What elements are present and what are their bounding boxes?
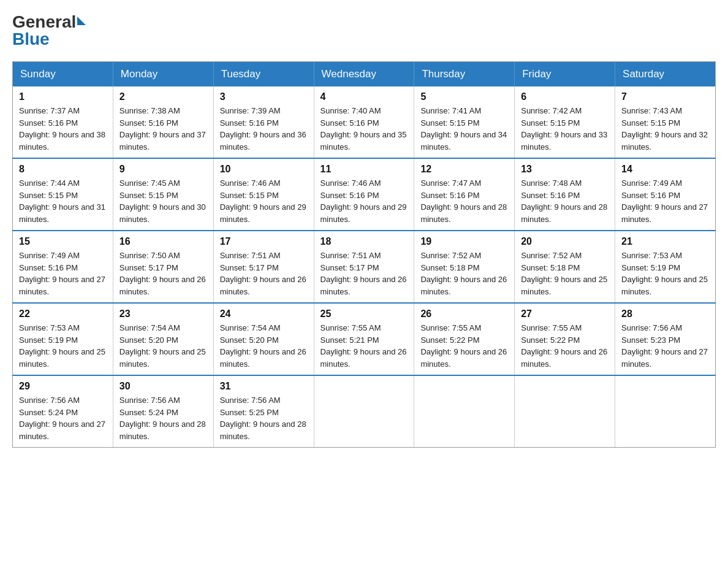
day-info: Sunrise: 7:51 AMSunset: 5:17 PMDaylight:… — [320, 250, 408, 297]
day-number: 25 — [320, 308, 408, 320]
calendar-cell — [314, 375, 414, 448]
day-info: Sunrise: 7:54 AMSunset: 5:20 PMDaylight:… — [220, 322, 308, 370]
calendar-cell: 10 Sunrise: 7:46 AMSunset: 5:15 PMDaylig… — [213, 158, 314, 231]
day-info: Sunrise: 7:48 AMSunset: 5:16 PMDaylight:… — [521, 177, 609, 225]
page-header: General Blue — [12, 12, 716, 49]
calendar-week-row: 22 Sunrise: 7:53 AMSunset: 5:19 PMDaylig… — [13, 303, 716, 375]
day-number: 19 — [420, 236, 508, 247]
day-number: 22 — [19, 308, 107, 320]
day-number: 13 — [521, 164, 609, 175]
calendar-cell: 26 Sunrise: 7:55 AMSunset: 5:22 PMDaylig… — [414, 303, 515, 375]
calendar-cell: 13 Sunrise: 7:48 AMSunset: 5:16 PMDaylig… — [515, 158, 615, 231]
calendar-cell: 2 Sunrise: 7:38 AMSunset: 5:16 PMDayligh… — [113, 86, 213, 158]
calendar-cell: 16 Sunrise: 7:50 AMSunset: 5:17 PMDaylig… — [113, 231, 213, 303]
day-info: Sunrise: 7:56 AMSunset: 5:24 PMDaylight:… — [19, 394, 107, 442]
calendar-cell: 5 Sunrise: 7:41 AMSunset: 5:15 PMDayligh… — [414, 86, 515, 158]
logo-arrow-icon — [77, 17, 86, 25]
calendar-cell: 23 Sunrise: 7:54 AMSunset: 5:20 PMDaylig… — [113, 303, 213, 375]
calendar-table: SundayMondayTuesdayWednesdayThursdayFrid… — [12, 61, 716, 448]
calendar-cell: 21 Sunrise: 7:53 AMSunset: 5:19 PMDaylig… — [615, 231, 716, 303]
calendar-cell — [414, 375, 515, 448]
calendar-cell: 7 Sunrise: 7:43 AMSunset: 5:15 PMDayligh… — [615, 86, 716, 158]
calendar-cell: 29 Sunrise: 7:56 AMSunset: 5:24 PMDaylig… — [13, 375, 113, 448]
calendar-cell: 3 Sunrise: 7:39 AMSunset: 5:16 PMDayligh… — [213, 86, 314, 158]
day-info: Sunrise: 7:45 AMSunset: 5:15 PMDaylight:… — [119, 177, 207, 225]
day-number: 9 — [119, 164, 207, 175]
day-info: Sunrise: 7:52 AMSunset: 5:18 PMDaylight:… — [521, 250, 609, 297]
calendar-cell: 8 Sunrise: 7:44 AMSunset: 5:15 PMDayligh… — [13, 158, 113, 231]
calendar-cell: 9 Sunrise: 7:45 AMSunset: 5:15 PMDayligh… — [113, 158, 213, 231]
day-number: 7 — [621, 91, 709, 102]
day-number: 24 — [220, 308, 308, 320]
calendar-week-row: 29 Sunrise: 7:56 AMSunset: 5:24 PMDaylig… — [13, 375, 716, 448]
weekday-header-tuesday: Tuesday — [213, 62, 314, 87]
day-number: 17 — [220, 236, 308, 247]
day-info: Sunrise: 7:39 AMSunset: 5:16 PMDaylight:… — [220, 105, 308, 153]
calendar-cell: 18 Sunrise: 7:51 AMSunset: 5:17 PMDaylig… — [314, 231, 414, 303]
day-number: 30 — [119, 381, 207, 392]
day-number: 10 — [220, 164, 308, 175]
day-info: Sunrise: 7:56 AMSunset: 5:24 PMDaylight:… — [119, 394, 207, 442]
calendar-cell: 25 Sunrise: 7:55 AMSunset: 5:21 PMDaylig… — [314, 303, 414, 375]
calendar-cell: 28 Sunrise: 7:56 AMSunset: 5:23 PMDaylig… — [615, 303, 716, 375]
day-info: Sunrise: 7:46 AMSunset: 5:15 PMDaylight:… — [220, 177, 308, 225]
day-number: 21 — [621, 236, 709, 247]
weekday-header-friday: Friday — [515, 62, 615, 87]
calendar-cell: 6 Sunrise: 7:42 AMSunset: 5:15 PMDayligh… — [515, 86, 615, 158]
day-number: 28 — [621, 308, 709, 320]
day-info: Sunrise: 7:43 AMSunset: 5:15 PMDaylight:… — [621, 105, 709, 153]
day-info: Sunrise: 7:55 AMSunset: 5:22 PMDaylight:… — [420, 322, 508, 370]
day-info: Sunrise: 7:46 AMSunset: 5:16 PMDaylight:… — [320, 177, 408, 225]
calendar-cell: 14 Sunrise: 7:49 AMSunset: 5:16 PMDaylig… — [615, 158, 716, 231]
weekday-header-wednesday: Wednesday — [314, 62, 414, 87]
calendar-cell: 31 Sunrise: 7:56 AMSunset: 5:25 PMDaylig… — [213, 375, 314, 448]
calendar-cell: 11 Sunrise: 7:46 AMSunset: 5:16 PMDaylig… — [314, 158, 414, 231]
day-info: Sunrise: 7:49 AMSunset: 5:16 PMDaylight:… — [19, 250, 107, 297]
day-number: 6 — [521, 91, 609, 102]
day-number: 12 — [420, 164, 508, 175]
day-number: 16 — [119, 236, 207, 247]
day-info: Sunrise: 7:40 AMSunset: 5:16 PMDaylight:… — [320, 105, 408, 153]
day-number: 11 — [320, 164, 408, 175]
day-number: 29 — [19, 381, 107, 392]
calendar-cell: 17 Sunrise: 7:51 AMSunset: 5:17 PMDaylig… — [213, 231, 314, 303]
weekday-header-saturday: Saturday — [615, 62, 716, 87]
weekday-header-thursday: Thursday — [414, 62, 515, 87]
day-number: 2 — [119, 91, 207, 102]
day-number: 5 — [420, 91, 508, 102]
day-info: Sunrise: 7:55 AMSunset: 5:21 PMDaylight:… — [320, 322, 408, 370]
day-info: Sunrise: 7:56 AMSunset: 5:23 PMDaylight:… — [621, 322, 709, 370]
day-info: Sunrise: 7:54 AMSunset: 5:20 PMDaylight:… — [119, 322, 207, 370]
calendar-cell: 12 Sunrise: 7:47 AMSunset: 5:16 PMDaylig… — [414, 158, 515, 231]
day-number: 20 — [521, 236, 609, 247]
weekday-header-row: SundayMondayTuesdayWednesdayThursdayFrid… — [13, 62, 716, 87]
calendar-cell: 1 Sunrise: 7:37 AMSunset: 5:16 PMDayligh… — [13, 86, 113, 158]
weekday-header-sunday: Sunday — [13, 62, 113, 87]
day-info: Sunrise: 7:49 AMSunset: 5:16 PMDaylight:… — [621, 177, 709, 225]
day-info: Sunrise: 7:50 AMSunset: 5:17 PMDaylight:… — [119, 250, 207, 297]
day-info: Sunrise: 7:44 AMSunset: 5:15 PMDaylight:… — [19, 177, 107, 225]
day-info: Sunrise: 7:51 AMSunset: 5:17 PMDaylight:… — [220, 250, 308, 297]
day-number: 14 — [621, 164, 709, 175]
day-number: 8 — [19, 164, 107, 175]
calendar-cell: 19 Sunrise: 7:52 AMSunset: 5:18 PMDaylig… — [414, 231, 515, 303]
calendar-cell: 22 Sunrise: 7:53 AMSunset: 5:19 PMDaylig… — [13, 303, 113, 375]
day-info: Sunrise: 7:38 AMSunset: 5:16 PMDaylight:… — [119, 105, 207, 153]
calendar-cell — [515, 375, 615, 448]
day-number: 26 — [420, 308, 508, 320]
day-info: Sunrise: 7:53 AMSunset: 5:19 PMDaylight:… — [19, 322, 107, 370]
calendar-cell: 24 Sunrise: 7:54 AMSunset: 5:20 PMDaylig… — [213, 303, 314, 375]
calendar-cell: 4 Sunrise: 7:40 AMSunset: 5:16 PMDayligh… — [314, 86, 414, 158]
day-info: Sunrise: 7:52 AMSunset: 5:18 PMDaylight:… — [420, 250, 508, 297]
day-number: 4 — [320, 91, 408, 102]
day-number: 15 — [19, 236, 107, 247]
day-number: 18 — [320, 236, 408, 247]
day-info: Sunrise: 7:37 AMSunset: 5:16 PMDaylight:… — [19, 105, 107, 153]
calendar-cell: 30 Sunrise: 7:56 AMSunset: 5:24 PMDaylig… — [113, 375, 213, 448]
calendar-cell: 27 Sunrise: 7:55 AMSunset: 5:22 PMDaylig… — [515, 303, 615, 375]
day-info: Sunrise: 7:42 AMSunset: 5:15 PMDaylight:… — [521, 105, 609, 153]
day-info: Sunrise: 7:55 AMSunset: 5:22 PMDaylight:… — [521, 322, 609, 370]
calendar-week-row: 15 Sunrise: 7:49 AMSunset: 5:16 PMDaylig… — [13, 231, 716, 303]
day-number: 1 — [19, 91, 107, 102]
day-info: Sunrise: 7:41 AMSunset: 5:15 PMDaylight:… — [420, 105, 508, 153]
